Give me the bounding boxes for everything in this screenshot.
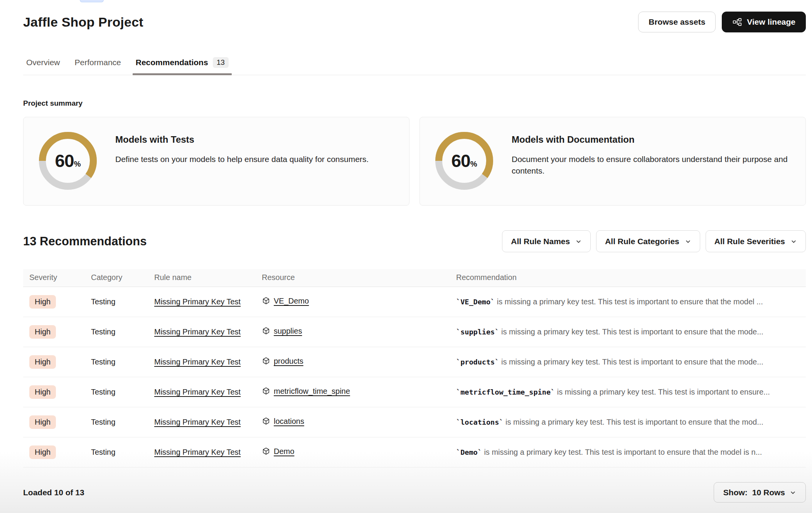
- category-cell: Testing: [85, 377, 148, 407]
- recommendation-code: `metricflow_time_spine`: [456, 388, 555, 396]
- table-row: High Testing Missing Primary Key Test me…: [23, 377, 806, 407]
- header-actions: Browse assets View lineage: [638, 12, 806, 32]
- package-icon: [262, 447, 270, 456]
- tab-recommendations[interactable]: Recommendations 13: [133, 57, 232, 75]
- table-row: High Testing Missing Primary Key Test De…: [23, 437, 806, 467]
- rule-name-link[interactable]: Missing Primary Key Test: [154, 327, 241, 336]
- show-rows-button[interactable]: Show: 10 Rows: [714, 482, 806, 503]
- package-icon: [262, 417, 270, 425]
- severity-badge: High: [29, 415, 56, 429]
- recommendation-text: is missing a primary key test. This test…: [555, 388, 770, 396]
- filter-label: All Rule Categories: [605, 237, 679, 246]
- recommendations-heading: 13 Recommendations: [23, 235, 147, 248]
- show-label: Show:: [723, 488, 748, 497]
- donut-percent: 60 %: [39, 132, 97, 190]
- resource-link[interactable]: locations: [262, 417, 304, 426]
- column-header-recommendation: Recommendation: [450, 269, 806, 287]
- recommendation-cell: `VE_Demo` is missing a primary key test.…: [450, 287, 806, 317]
- table-header-row: Severity Category Rule name Resource Rec…: [23, 269, 806, 287]
- chevron-down-icon: [575, 238, 582, 245]
- summary-cards: 60 % Models with Tests Define tests on y…: [23, 117, 806, 206]
- package-icon: [262, 387, 270, 395]
- rule-name-link[interactable]: Missing Primary Key Test: [154, 358, 241, 366]
- column-header-severity: Severity: [23, 269, 85, 287]
- table-body: High Testing Missing Primary Key Test VE…: [23, 287, 806, 467]
- severity-badge: High: [29, 325, 56, 339]
- browse-assets-label: Browse assets: [649, 17, 705, 27]
- resource-name: supplies: [274, 327, 302, 336]
- tab-bar: Overview Performance Recommendations 13: [23, 57, 806, 75]
- project-summary-label: Project summary: [23, 99, 789, 108]
- table-row: High Testing Missing Primary Key Test pr…: [23, 347, 806, 377]
- package-icon: [262, 327, 270, 335]
- page-header: Jaffle Shop Project Browse assets View l…: [0, 0, 812, 32]
- rule-name-link[interactable]: Missing Primary Key Test: [154, 448, 241, 456]
- column-header-rule-name: Rule name: [148, 269, 256, 287]
- rule-severities-filter[interactable]: All Rule Severities: [706, 230, 806, 252]
- chevron-down-icon: [790, 489, 796, 496]
- chevron-down-icon: [790, 238, 797, 245]
- donut-chart-tests: 60 %: [39, 132, 97, 190]
- recommendation-text: is missing a primary key test. This test…: [499, 358, 763, 366]
- resource-name: locations: [274, 417, 304, 426]
- card-title: Models with Documentation: [512, 134, 790, 145]
- recommendation-code: `supplies`: [456, 328, 499, 336]
- donut-percent-sign: %: [74, 160, 81, 169]
- browse-assets-button[interactable]: Browse assets: [638, 12, 716, 32]
- rule-categories-filter[interactable]: All Rule Categories: [596, 230, 700, 252]
- rule-name-link[interactable]: Missing Primary Key Test: [154, 388, 241, 396]
- severity-badge: High: [29, 295, 56, 309]
- resource-link[interactable]: supplies: [262, 327, 302, 336]
- card-description: Define tests on your models to help ensu…: [115, 154, 369, 165]
- resource-link[interactable]: products: [262, 357, 303, 366]
- donut-percent-sign: %: [470, 160, 477, 169]
- recommendation-text: is missing a primary key test. This test…: [504, 418, 763, 426]
- recommendation-code: `locations`: [456, 418, 504, 426]
- table-row: High Testing Missing Primary Key Test su…: [23, 317, 806, 347]
- recommendations-table: Severity Category Rule name Resource Rec…: [23, 269, 806, 467]
- recommendation-text: is missing a primary key test. This test…: [499, 327, 763, 336]
- severity-badge: High: [29, 385, 56, 399]
- resource-link[interactable]: VE_Demo: [262, 297, 309, 305]
- recommendation-code: `VE_Demo`: [456, 298, 495, 306]
- package-icon: [262, 357, 270, 365]
- category-cell: Testing: [85, 287, 148, 317]
- table-footer: Loaded 10 of 13 Show: 10 Rows: [23, 482, 806, 503]
- models-with-documentation-card: 60 % Models with Documentation Document …: [419, 117, 806, 206]
- donut-percent-value: 60: [55, 150, 74, 171]
- tab-overview[interactable]: Overview: [23, 57, 63, 75]
- severity-badge: High: [29, 355, 56, 369]
- severity-badge: High: [29, 446, 56, 459]
- table-row: High Testing Missing Primary Key Test VE…: [23, 287, 806, 317]
- rule-names-filter[interactable]: All Rule Names: [502, 230, 591, 252]
- recommendation-cell: `Demo` is missing a primary key test. Th…: [450, 437, 806, 467]
- tab-overview-label: Overview: [26, 58, 60, 67]
- resource-link[interactable]: Demo: [262, 447, 294, 456]
- lineage-icon: [732, 17, 742, 27]
- rule-name-link[interactable]: Missing Primary Key Test: [154, 297, 241, 306]
- view-lineage-button[interactable]: View lineage: [722, 12, 806, 32]
- resource-name: products: [274, 357, 303, 366]
- filter-label: All Rule Names: [511, 237, 570, 246]
- category-cell: Testing: [85, 407, 148, 437]
- resource-name: metricflow_time_spine: [274, 387, 350, 396]
- table-row: High Testing Missing Primary Key Test lo…: [23, 407, 806, 437]
- show-value: 10 Rows: [752, 488, 785, 497]
- loaded-status: Loaded 10 of 13: [23, 488, 84, 497]
- rule-name-link[interactable]: Missing Primary Key Test: [154, 418, 241, 426]
- view-lineage-label: View lineage: [747, 17, 795, 27]
- filter-bar: All Rule Names All Rule Categories All R…: [502, 230, 806, 252]
- column-header-category: Category: [85, 269, 148, 287]
- page-title: Jaffle Shop Project: [23, 12, 143, 30]
- recommendation-cell: `locations` is missing a primary key tes…: [450, 407, 806, 437]
- recommendation-cell: `supplies` is missing a primary key test…: [450, 317, 806, 347]
- recommendation-text: is missing a primary key test. This test…: [482, 448, 762, 456]
- resource-link[interactable]: metricflow_time_spine: [262, 387, 350, 396]
- recommendation-code: `products`: [456, 358, 499, 366]
- card-title: Models with Tests: [115, 134, 369, 145]
- tab-performance[interactable]: Performance: [72, 57, 124, 75]
- resource-name: VE_Demo: [274, 297, 309, 305]
- recommendation-cell: `products` is missing a primary key test…: [450, 347, 806, 377]
- category-cell: Testing: [85, 347, 148, 377]
- donut-percent-value: 60: [451, 150, 470, 171]
